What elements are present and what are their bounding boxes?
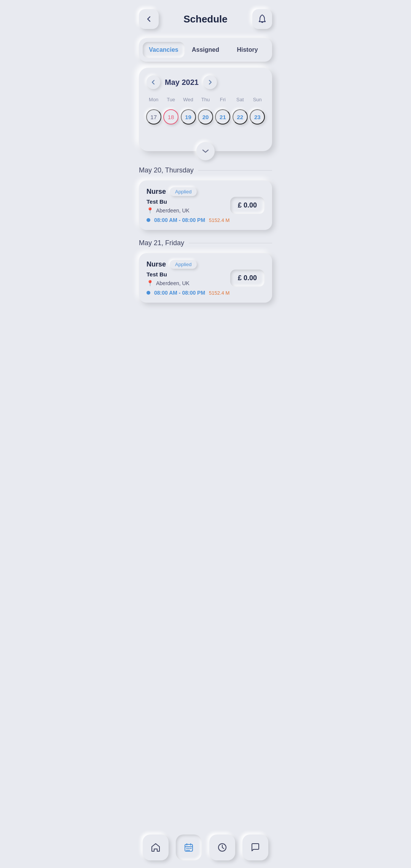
- time-dot-may20: [147, 218, 150, 222]
- calendar-month: May 2021: [165, 78, 199, 87]
- shift-location-may20: 📍 Aberdeen, UK: [147, 207, 230, 214]
- shift-title-may20: Nurse: [147, 188, 166, 196]
- next-month-button[interactable]: [203, 75, 217, 89]
- status-badge-may20: Applied: [170, 187, 197, 196]
- calendar-header: May 2021: [145, 75, 266, 89]
- shift-time-row-may20: 08:00 AM - 08:00 PM 5152.4 M: [147, 217, 230, 223]
- tab-history[interactable]: History: [226, 42, 268, 58]
- shift-time-row-may21: 08:00 AM - 08:00 PM 5152.4 M: [147, 290, 230, 296]
- date-19[interactable]: 19: [181, 109, 196, 124]
- shift-info-may21: Nurse Applied Test Bu 📍 Aberdeen, UK 08:…: [147, 260, 230, 296]
- day-sat: Sat: [231, 95, 249, 104]
- section-header-may20: May 20, Thursday: [139, 166, 272, 174]
- day-sun: Sun: [249, 95, 266, 104]
- nav-clock[interactable]: [209, 834, 235, 860]
- svg-rect-4: [186, 850, 188, 851]
- shift-info-may20: Nurse Applied Test Bu 📍 Aberdeen, UK 08:…: [147, 187, 230, 223]
- shift-distance-may21: 5152.4 M: [209, 290, 229, 296]
- svg-rect-3: [190, 848, 191, 849]
- shift-price-may21: £ 0.00: [230, 270, 264, 287]
- shift-location-may21: 📍 Aberdeen, UK: [147, 280, 230, 287]
- date-22[interactable]: 22: [233, 109, 248, 124]
- tab-vacancies[interactable]: Vacancies: [143, 42, 185, 58]
- tabs-container: Vacancies Assigned History: [139, 38, 272, 62]
- dates-row: 17 18 19 20 21 22 23: [145, 107, 266, 127]
- section-header-may21: May 21, Friday: [139, 239, 272, 247]
- time-dot-may21: [147, 291, 150, 295]
- notification-button[interactable]: [252, 9, 272, 29]
- shift-card-may20[interactable]: Nurse Applied Test Bu 📍 Aberdeen, UK 08:…: [139, 180, 272, 230]
- svg-rect-1: [186, 848, 188, 849]
- schedule-content: May 20, Thursday Nurse Applied Test Bu 📍…: [131, 166, 280, 303]
- location-text-may21: Aberdeen, UK: [156, 280, 190, 286]
- location-icon-may20: 📍: [147, 207, 154, 214]
- date-21[interactable]: 21: [215, 109, 230, 124]
- shift-time-may21: 08:00 AM - 08:00 PM: [154, 290, 205, 296]
- shift-title-row-may21: Nurse Applied: [147, 260, 230, 269]
- section-title-may20: May 20, Thursday: [139, 166, 194, 174]
- shift-time-may20: 08:00 AM - 08:00 PM: [154, 217, 205, 223]
- header: Schedule: [131, 0, 280, 35]
- section-divider-may21: [189, 243, 272, 243]
- prev-month-button[interactable]: [147, 75, 160, 89]
- shift-org-may20: Test Bu: [147, 198, 230, 205]
- day-tue: Tue: [162, 95, 179, 104]
- day-wed: Wed: [180, 95, 197, 104]
- expand-calendar-button[interactable]: [196, 142, 215, 160]
- shift-price-may20: £ 0.00: [230, 197, 264, 214]
- nav-chat[interactable]: [242, 834, 268, 860]
- calendar-card: May 2021 Mon Tue Wed Thu Fri Sat Sun 17 …: [139, 68, 272, 151]
- tab-assigned[interactable]: Assigned: [185, 42, 226, 58]
- date-17[interactable]: 17: [146, 109, 161, 124]
- page-title: Schedule: [183, 13, 228, 25]
- shift-title-may21: Nurse: [147, 260, 166, 268]
- bottom-nav: [131, 830, 280, 868]
- expand-wrapper: [145, 128, 266, 151]
- back-button[interactable]: [139, 9, 159, 29]
- day-mon: Mon: [145, 95, 162, 104]
- shift-distance-may20: 5152.4 M: [209, 217, 229, 223]
- days-of-week: Mon Tue Wed Thu Fri Sat Sun: [145, 95, 266, 104]
- location-text-may20: Aberdeen, UK: [156, 207, 190, 214]
- section-title-may21: May 21, Friday: [139, 239, 184, 247]
- date-18[interactable]: 18: [163, 109, 178, 124]
- nav-home[interactable]: [143, 834, 169, 860]
- shift-card-may21[interactable]: Nurse Applied Test Bu 📍 Aberdeen, UK 08:…: [139, 253, 272, 303]
- nav-calendar[interactable]: [176, 834, 202, 860]
- day-thu: Thu: [197, 95, 214, 104]
- status-badge-may21: Applied: [170, 260, 197, 269]
- svg-rect-5: [188, 850, 190, 851]
- page-container: Schedule Vacancies Assigned History May …: [131, 0, 280, 357]
- date-20[interactable]: 20: [198, 109, 213, 124]
- date-23[interactable]: 23: [250, 109, 265, 124]
- shift-title-row: Nurse Applied: [147, 187, 230, 196]
- section-divider-may20: [198, 170, 272, 171]
- shift-org-may21: Test Bu: [147, 271, 230, 278]
- svg-rect-2: [188, 848, 190, 849]
- location-icon-may21: 📍: [147, 280, 154, 287]
- day-fri: Fri: [214, 95, 231, 104]
